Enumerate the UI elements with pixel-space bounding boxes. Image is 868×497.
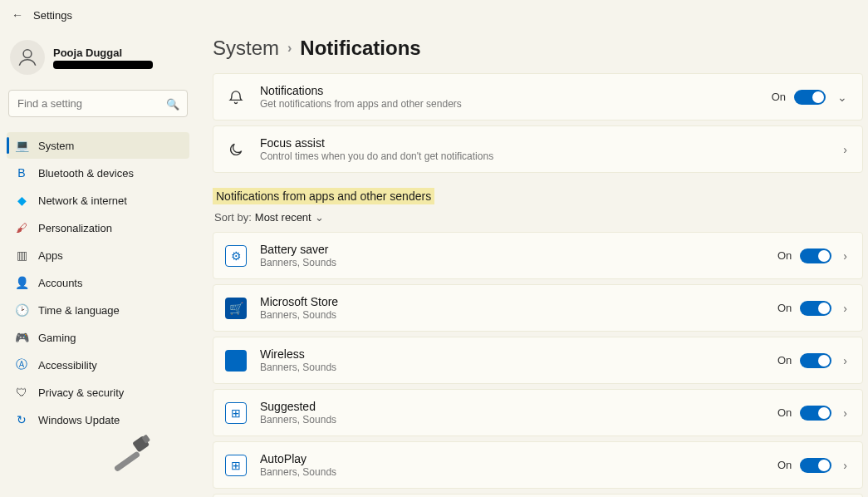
sidebar-item-time[interactable]: 🕑 Time & language	[7, 297, 189, 323]
sidebar-item-update[interactable]: ↻ Windows Update	[7, 406, 189, 433]
card-subtitle: Control times when you do and don't get …	[260, 150, 826, 162]
user-email-redacted	[53, 61, 153, 69]
sidebar-item-accessibility[interactable]: Ⓐ Accessibility	[7, 352, 189, 378]
chevron-right-icon[interactable]: ›	[840, 406, 851, 420]
chevron-right-icon[interactable]: ›	[840, 459, 851, 472]
app-toggle[interactable]	[800, 458, 831, 473]
sidebar: Pooja Duggal 🔍 💻 System B Bluetooth & de…	[0, 30, 196, 497]
window-title: Settings	[33, 9, 72, 22]
app-toggle[interactable]	[800, 406, 831, 421]
app-name: Suggested	[260, 400, 764, 413]
user-profile[interactable]: Pooja Duggal	[7, 35, 189, 83]
wireless-icon	[225, 350, 247, 372]
sidebar-item-label: Privacy & security	[38, 386, 124, 399]
card-subtitle: Get notifications from apps and other se…	[260, 98, 758, 110]
app-name: Wireless	[260, 347, 764, 361]
sort-label: Sort by:	[214, 211, 252, 224]
app-sub: Banners, Sounds	[260, 309, 764, 321]
toggle-state: On	[777, 459, 792, 471]
brush-icon: 🖌	[15, 221, 28, 234]
main-content: System › Notifications Notifications Get…	[196, 30, 868, 497]
app-row-suggested[interactable]: ⊞ Suggested Banners, Sounds On ›	[213, 389, 863, 436]
chevron-right-icon: ›	[287, 41, 292, 56]
breadcrumb: System › Notifications	[213, 33, 863, 73]
app-toggle[interactable]	[800, 301, 831, 316]
update-icon: ↻	[15, 413, 28, 426]
toggle-state: On	[777, 302, 792, 314]
app-name: AutoPlay	[260, 452, 764, 465]
chevron-down-icon[interactable]: ⌄	[834, 91, 851, 104]
toggle-state: On	[777, 406, 792, 419]
sidebar-item-bluetooth[interactable]: B Bluetooth & devices	[7, 160, 189, 186]
system-icon: 💻	[15, 139, 28, 152]
accessibility-icon: Ⓐ	[15, 358, 28, 372]
chevron-right-icon[interactable]: ›	[840, 302, 851, 315]
breadcrumb-parent[interactable]: System	[213, 37, 279, 60]
app-name: Microsoft Store	[260, 295, 764, 308]
store-icon: 🛒	[225, 298, 247, 319]
suggested-icon: ⊞	[225, 402, 247, 424]
chevron-right-icon[interactable]: ›	[840, 143, 851, 156]
sort-value: Most recent	[255, 211, 311, 224]
sidebar-item-label: Personalization	[38, 222, 112, 234]
card-title: Notifications	[260, 84, 758, 97]
notifications-card[interactable]: Notifications Get notifications from app…	[213, 73, 863, 121]
card-title: Focus assist	[260, 136, 826, 150]
search-icon: 🔍	[166, 97, 179, 110]
shield-icon: 🛡	[15, 386, 28, 399]
app-sub: Banners, Sounds	[260, 362, 764, 373]
sidebar-item-network[interactable]: ◆ Network & internet	[7, 187, 189, 214]
toggle-state: On	[777, 249, 792, 262]
notifications-toggle[interactable]	[794, 90, 826, 105]
sidebar-item-label: Network & internet	[38, 194, 127, 207]
bluetooth-icon: B	[15, 166, 28, 180]
battery-saver-icon: ⚙	[225, 245, 247, 267]
nav: 💻 System B Bluetooth & devices ◆ Network…	[7, 132, 189, 433]
sidebar-item-privacy[interactable]: 🛡 Privacy & security	[7, 379, 189, 406]
hammer-icon	[108, 432, 158, 482]
sidebar-item-label: Gaming	[38, 332, 76, 344]
app-name: Battery saver	[260, 243, 764, 256]
sidebar-item-apps[interactable]: ▥ Apps	[7, 242, 189, 268]
gaming-icon: 🎮	[15, 331, 28, 344]
sidebar-item-label: Apps	[38, 249, 63, 262]
app-toggle[interactable]	[800, 353, 831, 368]
app-sub: Banners, Sounds	[260, 414, 764, 426]
sidebar-item-accounts[interactable]: 👤 Accounts	[7, 269, 189, 296]
svg-rect-1	[114, 450, 141, 472]
app-row-microsoft-store[interactable]: 🛒 Microsoft Store Banners, Sounds On ›	[213, 284, 863, 332]
sidebar-item-label: Accessibility	[38, 359, 97, 372]
app-sub: Banners, Sounds	[260, 466, 764, 478]
section-heading-text: Notifications from apps and other sender…	[213, 188, 434, 204]
section-heading: Notifications from apps and other sender…	[213, 188, 863, 204]
user-name: Pooja Duggal	[53, 47, 153, 59]
svg-point-0	[23, 50, 32, 58]
chevron-right-icon[interactable]: ›	[840, 249, 851, 263]
toggle-state: On	[777, 354, 792, 367]
apps-icon: ▥	[15, 248, 28, 262]
sidebar-item-label: Bluetooth & devices	[38, 167, 134, 180]
sidebar-item-personalization[interactable]: 🖌 Personalization	[7, 214, 189, 241]
clock-icon: 🕑	[15, 303, 28, 317]
app-row-wireless[interactable]: Wireless Banners, Sounds On ›	[213, 337, 863, 384]
app-toggle[interactable]	[800, 248, 831, 263]
network-icon: ◆	[15, 194, 28, 207]
toggle-state: On	[772, 91, 786, 103]
app-sub: Banners, Sounds	[260, 257, 764, 268]
sidebar-item-system[interactable]: 💻 System	[7, 132, 189, 159]
focus-assist-card[interactable]: Focus assist Control times when you do a…	[213, 125, 863, 173]
sidebar-item-label: Windows Update	[38, 414, 120, 426]
app-row-battery-saver[interactable]: ⚙ Battery saver Banners, Sounds On ›	[213, 232, 863, 279]
moon-icon	[225, 141, 247, 158]
app-row-autoplay[interactable]: ⊞ AutoPlay Banners, Sounds On ›	[213, 441, 863, 489]
titlebar: ← Settings	[0, 0, 868, 30]
autoplay-icon: ⊞	[225, 455, 247, 476]
search-wrap: 🔍	[8, 90, 188, 117]
back-button[interactable]: ←	[12, 8, 23, 22]
sort-dropdown[interactable]: Sort by: Most recent ⌄	[214, 211, 863, 224]
chevron-right-icon[interactable]: ›	[840, 354, 851, 367]
app-row-auto-file-downloads[interactable]: ⇩ Automatic file downloads On ›	[213, 494, 863, 497]
search-input[interactable]	[8, 90, 188, 117]
chevron-down-icon: ⌄	[315, 211, 324, 224]
sidebar-item-gaming[interactable]: 🎮 Gaming	[7, 324, 189, 351]
